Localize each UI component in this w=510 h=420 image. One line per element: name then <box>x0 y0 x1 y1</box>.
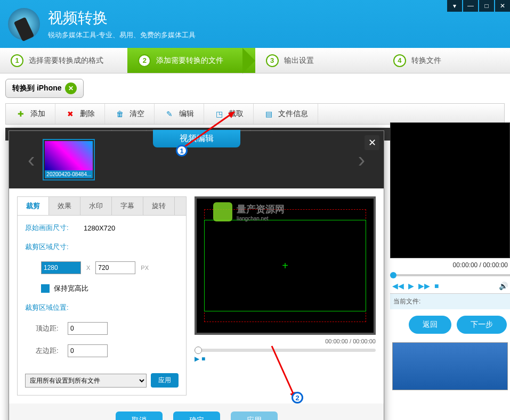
step-3[interactable]: 3输出设置 <box>255 48 383 73</box>
dialog-buttons: 取消 确定 应用 <box>9 403 384 420</box>
video-time: 00:00:00 / 00:00:00 <box>390 258 510 272</box>
stop-icon[interactable]: ■ <box>434 282 439 290</box>
left-margin-label: 左边距: <box>36 346 68 356</box>
info-icon: ▤ <box>263 109 274 119</box>
plus-icon: ✚ <box>15 109 26 119</box>
tab-rotate[interactable]: 旋转 <box>143 197 175 215</box>
left-margin-input[interactable] <box>68 344 108 357</box>
delete-button[interactable]: ✖删除 <box>55 104 105 124</box>
crosshair-icon: + <box>282 260 288 272</box>
step-1[interactable]: 1选择需要转换成的格式 <box>0 48 127 73</box>
ok-button[interactable]: 确定 <box>173 411 220 420</box>
step-4[interactable]: 4转换文件 <box>383 48 510 73</box>
crop-width-input[interactable] <box>41 261 81 274</box>
crop-height-input[interactable] <box>95 261 135 274</box>
crop-pos-label: 裁剪区域位置: <box>25 303 84 312</box>
stop-icon[interactable]: ■ <box>201 355 205 363</box>
apply-settings-button[interactable]: 应用 <box>151 373 179 388</box>
convert-to-button[interactable]: 转换到 iPhone ✕ <box>5 79 84 98</box>
app-header: 视频转换 锐动多媒体工具-专业、易用、免费的多媒体工具 ▾ — □ ✕ <box>0 0 510 48</box>
add-button[interactable]: ✚添加 <box>6 104 55 124</box>
close-icon[interactable]: ✕ <box>495 0 510 12</box>
next-thumb-button[interactable]: › <box>350 148 373 172</box>
crop-panel: 原始画面尺寸: 1280X720 裁剪区域尺寸: X PX 保持宽高比 裁剪区域… <box>17 216 187 396</box>
aspect-label: 保持宽高比 <box>54 284 88 293</box>
wizard-steps: 1选择需要转换成的格式 2添加需要转换的文件 3输出设置 4转换文件 <box>0 48 510 73</box>
seek-knob[interactable] <box>195 347 202 354</box>
window-controls: ▾ — □ ✕ <box>446 0 510 12</box>
orig-size-value: 1280X720 <box>84 224 115 232</box>
video-edit-dialog: 视频编辑 ✕ ‹ 20200420-08484... › 裁剪 效果 水印 字幕… <box>9 130 384 420</box>
step-2[interactable]: 2添加需要转换的文件 <box>127 48 255 73</box>
aspect-ratio-checkbox[interactable] <box>41 284 50 293</box>
preview-panel: 00:00:00 / 00:00:00 ◀◀ ▶ ▶▶ ■ 🔊 当前文件: 返回… <box>390 122 510 392</box>
app-title: 视频转换 <box>48 8 196 28</box>
file-toolbar: ✚添加 ✖删除 🗑清空 ✎编辑 ◳截取 ▤文件信息 <box>5 103 505 125</box>
apply-scope-select[interactable]: 应用所有设置到所有文件 <box>25 374 147 388</box>
tab-crop[interactable]: 裁剪 <box>18 197 49 215</box>
play-icon[interactable]: ▶ <box>408 282 414 290</box>
svg-line-0 <box>181 112 234 149</box>
minimize-icon[interactable]: — <box>463 0 478 12</box>
video-seek-knob[interactable] <box>390 272 396 278</box>
annotation-1: 1 <box>176 145 188 157</box>
wrench-icon: ✕ <box>65 83 77 94</box>
video-preview <box>390 122 510 258</box>
orig-size-label: 原始画面尺寸: <box>25 223 84 233</box>
app-subtitle: 锐动多媒体工具-专业、易用、免费的多媒体工具 <box>48 30 196 40</box>
edit-tabs: 裁剪 效果 水印 字幕 旋转 <box>17 196 187 216</box>
current-file-label: 当前文件: <box>390 293 510 309</box>
rewind-icon[interactable]: ◀◀ <box>392 282 404 290</box>
tab-watermark[interactable]: 水印 <box>80 197 112 215</box>
tab-effect[interactable]: 效果 <box>49 197 80 215</box>
svg-line-2 <box>272 346 296 399</box>
forward-icon[interactable]: ▶▶ <box>418 282 430 290</box>
play-icon[interactable]: ▶ <box>195 355 199 363</box>
app-logo-icon <box>8 8 40 40</box>
thumbnail[interactable]: 20200420-08484... <box>43 139 95 180</box>
cancel-button[interactable]: 取消 <box>116 411 163 420</box>
dropdown-icon[interactable]: ▾ <box>447 0 462 12</box>
tab-subtitle[interactable]: 字幕 <box>112 197 143 215</box>
maximize-icon[interactable]: □ <box>479 0 494 12</box>
annotation-2: 2 <box>292 392 303 403</box>
edit-icon: ✎ <box>164 109 175 119</box>
apply-button[interactable]: 应用 <box>231 411 278 420</box>
preview-thumbnail <box>392 342 508 390</box>
thumbnail-image <box>45 141 93 170</box>
delete-icon: ✖ <box>65 109 76 119</box>
clear-button[interactable]: 🗑清空 <box>105 104 155 124</box>
trash-icon: 🗑 <box>115 109 125 119</box>
dialog-close-button[interactable]: ✕ <box>365 135 379 150</box>
site-watermark: 量产资源网 liangchan.net <box>213 202 285 221</box>
convert-target-row: 转换到 iPhone ✕ <box>0 73 510 103</box>
back-button[interactable]: 返回 <box>409 316 451 334</box>
prev-thumb-button[interactable]: ‹ <box>20 148 43 172</box>
watermark-icon <box>213 202 232 221</box>
next-button[interactable]: 下一步 <box>457 316 507 334</box>
video-seek[interactable] <box>390 274 510 276</box>
top-margin-label: 顶边距: <box>36 324 68 333</box>
volume-icon[interactable]: 🔊 <box>499 282 508 290</box>
info-button[interactable]: ▤文件信息 <box>254 104 318 124</box>
crop-size-label: 裁剪区域尺寸: <box>25 242 84 252</box>
top-margin-input[interactable] <box>68 322 108 335</box>
